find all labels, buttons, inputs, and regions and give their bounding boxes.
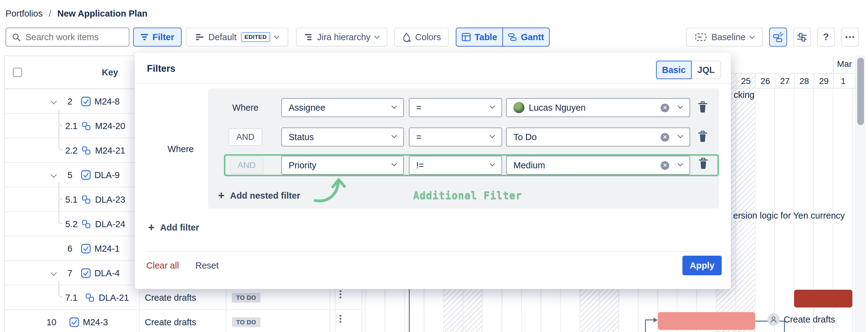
key-column-header: Key <box>102 56 118 89</box>
operator-select[interactable]: = <box>409 98 502 117</box>
hierarchy-select-button[interactable]: Jira hierarchy <box>296 28 388 46</box>
field-select-value: Assignee <box>289 103 325 113</box>
issue-key[interactable]: M24-3 <box>83 310 108 332</box>
chevron-down-icon <box>392 133 397 138</box>
day-label: 27 <box>775 74 795 89</box>
filters-panel: Filters Basic JQL Where Where Assignee =… <box>135 53 731 289</box>
task-type-icon <box>81 97 91 108</box>
filter-join-label: Where <box>228 98 262 117</box>
join-operator-chip[interactable]: AND <box>230 156 264 174</box>
issue-key[interactable]: DLA-21 <box>99 286 129 310</box>
plus-icon: + <box>148 222 155 233</box>
table-view-label: Table <box>474 32 497 42</box>
baseline-button[interactable]: Baseline <box>686 28 763 46</box>
filter-group-label: Where <box>159 144 202 154</box>
operator-select[interactable]: = <box>409 128 502 146</box>
field-select[interactable]: Assignee <box>281 98 404 117</box>
table-view-button[interactable]: Table <box>456 28 502 46</box>
baseline-label: Baseline <box>711 32 745 42</box>
issue-key[interactable]: DLA-24 <box>95 212 125 236</box>
issue-key[interactable]: M24-8 <box>94 89 120 114</box>
search-input[interactable] <box>25 32 124 43</box>
chevron-down-icon <box>374 34 380 39</box>
gantt-bar-label: Create drafts <box>784 314 835 325</box>
field-select[interactable]: Status <box>281 128 404 146</box>
issue-summary[interactable]: Create drafts <box>145 310 196 332</box>
gantt-bar-dla21[interactable] <box>794 290 852 307</box>
add-filter-button[interactable]: + Add filter <box>148 222 199 233</box>
filter-button[interactable]: Filter <box>133 28 182 46</box>
filter-icon <box>141 33 149 41</box>
settings-sliders-button[interactable] <box>793 28 811 46</box>
view-select-button[interactable]: Default EDITED <box>186 28 288 46</box>
field-select[interactable]: Priority <box>281 156 404 175</box>
breadcrumb-portfolios[interactable]: Portfolios <box>5 8 43 21</box>
plan-page: Portfolios / New Application Plan Filter… <box>0 0 868 332</box>
chevron-down-icon <box>678 133 683 138</box>
colors-button[interactable]: Colors <box>394 28 449 46</box>
view-settings-icon <box>196 33 204 41</box>
chevron-down-icon <box>490 104 495 109</box>
issue-summary[interactable]: Create drafts <box>145 286 196 310</box>
value-select-value: Lucas Nguyen <box>529 103 586 113</box>
chevron-down-icon <box>490 161 495 166</box>
value-select-value: Medium <box>514 160 545 170</box>
clear-value-icon[interactable]: ✕ <box>661 133 669 142</box>
more-button[interactable] <box>841 28 859 46</box>
day-label: 25 <box>736 74 755 89</box>
status-badge[interactable]: TO DO <box>232 317 260 327</box>
breadcrumb-current: New Application Plan <box>57 8 148 21</box>
value-select[interactable]: Medium ✕ <box>506 156 690 175</box>
add-nested-filter-button[interactable]: + Add nested filter <box>218 190 300 201</box>
reset-button[interactable]: Reset <box>195 261 219 271</box>
mode-basic-button[interactable]: Basic <box>656 61 692 79</box>
value-select[interactable]: Lucas Nguyen ✕ <box>506 98 690 117</box>
clear-value-icon[interactable]: ✕ <box>661 161 669 170</box>
row-more-icon[interactable] <box>340 313 341 324</box>
apply-button[interactable]: Apply <box>682 256 722 275</box>
delete-filter-button[interactable] <box>698 131 708 144</box>
chevron-down-icon <box>490 133 495 138</box>
gantt-bar-m24-3[interactable] <box>658 312 755 330</box>
help-button[interactable]: ? <box>817 28 835 46</box>
mode-jql-button[interactable]: JQL <box>692 61 721 79</box>
chevron-down-icon <box>678 104 683 109</box>
highlight-dependencies-button[interactable] <box>769 28 787 46</box>
row-number: 5.2 <box>56 212 78 236</box>
droplet-icon <box>402 32 411 42</box>
gantt-view-button[interactable]: Gantt <box>502 28 549 46</box>
field-select-value: Priority <box>289 160 316 170</box>
day-label: 28 <box>794 74 814 89</box>
subtask-type-icon <box>82 122 91 133</box>
assignee-avatar <box>767 313 780 326</box>
issue-key[interactable]: M24-1 <box>94 236 120 261</box>
row-more-icon[interactable] <box>340 289 341 299</box>
operator-select[interactable]: != <box>409 156 502 175</box>
issue-key[interactable]: M24-21 <box>95 138 125 163</box>
issue-key[interactable]: DLA-9 <box>94 163 120 187</box>
row-number: 5.1 <box>56 187 78 212</box>
issue-key[interactable]: M24-20 <box>95 114 125 138</box>
status-badge[interactable]: TO DO <box>232 293 260 303</box>
subtask-type-icon <box>85 293 94 304</box>
gantt-view-label: Gantt <box>521 32 544 42</box>
day-label: 1 <box>833 74 852 89</box>
delete-filter-button[interactable] <box>698 101 708 115</box>
bar-label-clipped: cking <box>734 90 754 100</box>
subtask-type-icon <box>82 195 91 206</box>
issue-key[interactable]: DLA-4 <box>94 261 120 286</box>
scrollbar-thumb[interactable] <box>857 58 864 125</box>
join-operator-chip[interactable]: AND <box>228 128 262 146</box>
task-type-icon <box>69 317 79 329</box>
issue-key[interactable]: DLA-23 <box>95 187 125 212</box>
clear-value-icon[interactable]: ✕ <box>661 104 669 112</box>
value-select[interactable]: To Do ✕ <box>506 128 690 146</box>
clear-all-button[interactable]: Clear all <box>146 261 179 271</box>
plus-icon: + <box>218 190 224 201</box>
chevron-down-icon <box>274 34 279 39</box>
select-all-checkbox[interactable] <box>13 68 22 77</box>
scrollbar-track[interactable] <box>855 56 866 332</box>
search-box[interactable] <box>5 28 129 46</box>
delete-filter-button[interactable] <box>699 158 708 171</box>
operator-select-value: = <box>416 103 422 113</box>
